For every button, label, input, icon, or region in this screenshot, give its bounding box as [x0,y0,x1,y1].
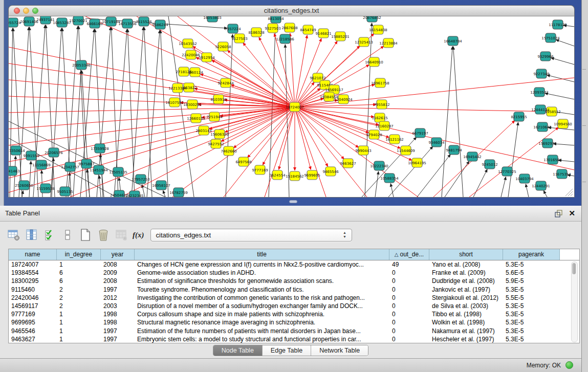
function-builder-icon[interactable]: f(x) [133,231,144,239]
tab-edge-table[interactable]: Edge Table [263,345,311,356]
graph-node-label: 11451944 [90,168,108,172]
network-window-title: citations_edges.txt [9,6,574,16]
column-header-short[interactable]: short [429,249,503,260]
table-row[interactable]: 911546021997Tourette syndrome. Phenomeno… [9,286,579,294]
new-table-icon[interactable] [79,228,92,242]
column-header-name[interactable]: name [9,249,57,260]
table-cell: Franke et al. (2009) [429,269,503,276]
black-edge [442,47,452,197]
table-cell: Estimation of significance thresholds fo… [135,277,389,285]
tab-node-table[interactable]: Node Table [213,345,263,356]
table-cell: 9777169 [9,311,57,318]
table-cell: 0 [389,302,429,310]
red-edge [295,107,311,169]
graph-node-label: 10588354 [380,177,399,181]
table-settings-icon[interactable] [7,228,20,242]
table-cell: 9115460 [9,286,57,293]
table-cell: Disruption of a novel member of a sodium… [135,302,389,310]
graph-node-label: 7251944 [206,115,223,119]
table-row[interactable]: 977716911998Corpus callosum shape and si… [9,310,579,318]
table-row[interactable]: 2242004622012Investigating the contribut… [9,294,579,302]
graph-node-label: 5226058 [215,45,231,49]
column-header-title[interactable]: title [135,249,389,260]
table-cell: 1997 [101,336,135,343]
table-cell: 5.5E-5 [503,294,560,301]
graph-node-label: 25260650 [15,184,33,188]
table-row[interactable]: 1872400712008Changes of HCN gene express… [9,260,579,269]
table-cell: 49 [389,261,429,268]
tab-network-table[interactable]: Network Table [311,345,368,356]
table-cell: 6 [57,269,101,276]
column-header-year[interactable]: year [101,249,135,260]
table-row[interactable]: 1456911722003Disruption of a novel membe… [9,302,579,310]
table-row[interactable]: 946362711997Embryonic stem cells: a mode… [9,335,579,343]
graph-node-label: 12218586 [276,37,294,41]
graph-node-label: 10964195 [408,161,426,165]
table-cell: 19384554 [9,269,57,276]
minimize-window-button[interactable] [23,8,29,14]
graph-canvas-svg[interactable]: 9055724206914062493714110853287152700216… [9,16,574,197]
graph-node-label: 11675354 [553,172,571,177]
graph-node-label: 12325413 [355,40,373,45]
table-cell: 9463627 [9,336,57,343]
graph-node-label: 2803144 [195,129,212,133]
table-cell: Stergiakouli et al. (2012) [429,294,503,301]
column-header-pagerank[interactable]: pagerank [503,249,560,260]
unselect-all-icon[interactable] [61,228,74,242]
table-row[interactable]: 1938455462009Genome-wide association stu… [9,269,579,277]
graph-node-label: 16961758 [371,81,389,85]
table-cell: Wolkin et al. (1998) [429,319,503,326]
table-panel-title: Table Panel [5,206,40,221]
table-cell: de Silva et al. (2003) [429,302,503,310]
column-header-out-de-[interactable]: △out_de... [389,249,429,260]
select-all-icon[interactable] [43,228,56,242]
table-cell: 2003 [101,302,135,310]
table-cell: Yano et al. (2008) [429,261,503,268]
red-edge [295,107,369,133]
float-panel-icon[interactable] [555,209,563,217]
network-view-region: citations_edges.txt 90557242069140624937… [0,0,588,206]
table-row[interactable]: 946554611997Estimation of the future num… [9,327,579,335]
graph-node-label: 18107552 [165,101,184,105]
table-cell: 22420046 [9,294,57,301]
graph-node-label: 18300295 [183,103,202,107]
table-cell: 1 [57,261,101,268]
table-cell: 5.9E-5 [503,277,560,285]
table-cell: 18300295 [9,277,57,285]
red-edge [243,43,295,107]
graph-node-label: 9699695 [304,173,320,178]
network-graph-canvas[interactable]: 9055724206914062493714110853287152700216… [8,16,575,198]
graph-node-label: 6679197 [412,132,428,136]
delete-trash-icon[interactable] [97,228,110,242]
network-window-titlebar[interactable]: citations_edges.txt [8,5,575,16]
table-cell: 1997 [101,286,135,293]
resize-grip-icon[interactable] [565,189,573,196]
table-scrollbar[interactable] [571,261,578,342]
graph-node-label: 10994560 [554,122,572,126]
black-edge [453,47,463,197]
memory-ok-icon[interactable] [565,361,573,369]
graph-node-label: 2867608 [281,26,297,30]
show-column-icon[interactable] [25,228,38,242]
graph-node-label: 9427552 [208,142,224,146]
pane-splitter-handle[interactable] [289,200,297,203]
graph-node-label: 15885201 [331,35,350,39]
zoom-window-button[interactable] [32,8,38,14]
table-cell: 1997 [101,327,135,335]
table-row[interactable]: 969969511998Structural magnetic resonanc… [9,318,579,326]
black-edge [100,154,104,197]
column-header-in-degree[interactable]: in_degree [57,249,101,260]
graph-node-label: 10403794 [515,177,534,181]
close-panel-icon[interactable]: ✕ [569,209,575,218]
graph-node-label: 13350614 [9,149,25,153]
table-row[interactable]: 1830029562008Estimation of significance … [9,277,579,285]
black-edge [161,30,168,197]
close-window-button[interactable] [14,8,20,14]
table-cell: Tibbo et al. (1998) [429,311,503,318]
graph-node-label: 16053803 [203,16,222,20]
graph-node-label: 8215955 [511,115,527,119]
table-scrollbar-thumb[interactable] [572,263,576,274]
combo-stepper-icon: ▲▼ [340,231,352,239]
network-table-select[interactable]: citations_edges.txt ▲▼ [150,229,352,242]
graph-node-label: 17359928 [91,147,109,151]
